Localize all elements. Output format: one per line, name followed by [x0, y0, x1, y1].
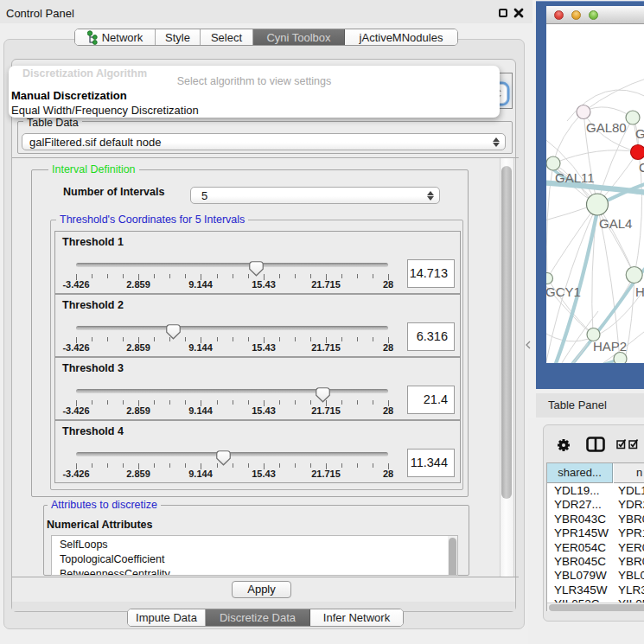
svg-text:GAL4: GAL4	[599, 216, 632, 231]
svg-text:GCY1: GCY1	[546, 284, 581, 299]
svg-text:GAL1: GAL1	[635, 126, 644, 141]
svg-text:GAL11: GAL11	[555, 170, 595, 185]
svg-text:H: H	[635, 284, 644, 299]
svg-text:C: C	[639, 160, 644, 175]
svg-text:HAP2: HAP2	[593, 339, 627, 354]
svg-text:GAL80: GAL80	[586, 120, 627, 135]
